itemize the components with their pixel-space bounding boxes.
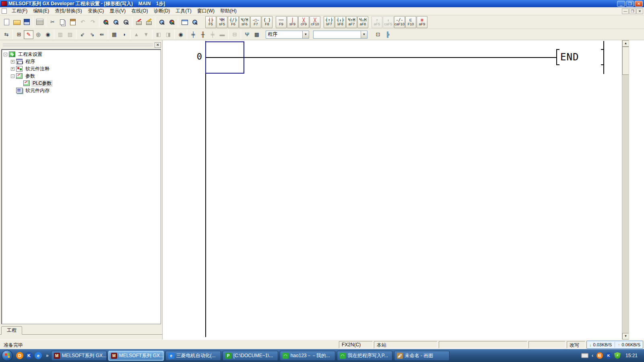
- menu-item-9[interactable]: 帮助(H): [217, 7, 239, 15]
- menu-item-5[interactable]: 在线(O): [128, 7, 151, 15]
- read-mode-button[interactable]: ◎: [33, 30, 43, 39]
- taskbar-task-6[interactable]: 🖌未命名 - 画图: [394, 351, 450, 361]
- save-floppy-button[interactable]: [22, 17, 32, 27]
- menu-item-2[interactable]: 查找/替换(S): [52, 7, 85, 15]
- shield-icon[interactable]: ⚡: [614, 352, 621, 359]
- tree-item-4[interactable]: PLC参数: [2, 80, 160, 87]
- ladder-button-F10[interactable]: ⊏F10: [405, 16, 416, 28]
- scroll-up-icon[interactable]: ▲: [622, 40, 629, 47]
- ladder-button-caF10[interactable]: -/-caF10: [394, 16, 405, 28]
- ladder-button-F5[interactable]: ┤├F5: [205, 16, 216, 28]
- ladder-editor[interactable]: 0 END ▲ ▼: [163, 40, 644, 339]
- flashget-icon[interactable]: D: [16, 352, 23, 359]
- ie-icon[interactable]: e: [35, 352, 42, 359]
- menu-item-1[interactable]: 编辑(E): [30, 7, 52, 15]
- tray-collapse-icon[interactable]: ‹: [591, 353, 594, 358]
- chevron-down-icon[interactable]: ▼: [302, 31, 309, 38]
- project-tab[interactable]: 工程: [1, 326, 22, 335]
- find-device-button[interactable]: [111, 17, 121, 27]
- zoom-read-button[interactable]: [157, 17, 167, 27]
- taskbar-task-0[interactable]: MMELSOFT系列 GX...: [51, 351, 107, 361]
- ladder-button-aF7[interactable]: Ч↑НaF7: [346, 16, 357, 28]
- panel-close-button[interactable]: ✕: [155, 42, 161, 48]
- monitor-start-button[interactable]: ◑: [119, 30, 129, 39]
- find-button[interactable]: [101, 17, 111, 27]
- program-combo[interactable]: 程序 ▼: [266, 31, 309, 39]
- ladder-surface[interactable]: 0 END: [163, 40, 622, 339]
- find-combo[interactable]: ▼: [313, 31, 367, 39]
- tree-item-2[interactable]: +软元件注释: [2, 65, 160, 72]
- mdi-minimize-button[interactable]: —: [622, 8, 629, 14]
- kugou-tray-icon[interactable]: K: [605, 352, 612, 359]
- menu-item-3[interactable]: 变换(C): [85, 7, 107, 15]
- overflow-chevron-icon[interactable]: »: [45, 353, 50, 358]
- wangwang-icon[interactable]: 旺: [597, 352, 603, 359]
- tree-item-0[interactable]: -工程未设置: [2, 51, 160, 58]
- scrollbar-thumb[interactable]: [622, 47, 629, 75]
- ladder-instruction-toggle-button[interactable]: ⇆: [2, 30, 11, 39]
- ladder-button-sF9[interactable]: │sF9: [287, 16, 298, 28]
- tree-item-label[interactable]: 软元件注释: [24, 66, 51, 72]
- tree-item-label[interactable]: 程序: [24, 58, 36, 65]
- ladder-button-sF6[interactable]: Ч/НsF6: [239, 16, 250, 28]
- new-file-button[interactable]: [2, 17, 12, 27]
- end-instruction[interactable]: END: [556, 49, 604, 65]
- convert-button[interactable]: ⇙: [78, 30, 87, 39]
- tree-item-label[interactable]: 参数: [24, 73, 36, 80]
- menu-item-7[interactable]: 工具(T): [173, 7, 194, 15]
- paste-button[interactable]: [68, 17, 78, 27]
- minimize-button[interactable]: _: [617, 1, 625, 7]
- ladder-button-F9[interactable]: ──F9: [276, 16, 287, 28]
- start-button[interactable]: [2, 350, 13, 361]
- ladder-button-aF9[interactable]: ⊠aF9: [417, 16, 427, 28]
- menu-item-0[interactable]: 工程(F): [9, 7, 30, 15]
- monitor-window-button[interactable]: [180, 17, 190, 27]
- restore-button[interactable]: ❐: [626, 1, 634, 7]
- tree-item-label[interactable]: 工程未设置: [17, 51, 43, 58]
- ladder-cursor[interactable]: [205, 41, 244, 74]
- tree-item-5[interactable]: 软元件内存: [2, 87, 160, 94]
- tree-expander-icon[interactable]: +: [11, 60, 14, 64]
- device-test-button[interactable]: ╪: [188, 30, 198, 39]
- zoom-write-button[interactable]: [167, 17, 177, 27]
- taskbar-task-4[interactable]: ◠hao123－－我的...: [280, 351, 335, 361]
- device-batch-button[interactable]: ▩: [252, 30, 262, 39]
- ladder-button-sF7[interactable]: ┤↑├sF7: [324, 16, 334, 28]
- circuit-zoom-button[interactable]: ◉: [176, 30, 186, 39]
- keyboard-icon[interactable]: [581, 353, 588, 358]
- write-monitor-button[interactable]: ◉: [43, 30, 53, 39]
- tree-item-label[interactable]: PLC参数: [31, 80, 53, 87]
- network-zoom-button[interactable]: [190, 17, 200, 27]
- menu-item-6[interactable]: 诊断(D): [151, 7, 173, 15]
- find-string-button[interactable]: ab: [121, 17, 131, 27]
- ladder-button-cF9[interactable]: ╳cF9: [298, 16, 309, 28]
- copy-button[interactable]: [58, 17, 68, 27]
- project-data-list-button[interactable]: ⊞: [14, 30, 24, 39]
- ladder-button-F7[interactable]: -○-F7: [250, 16, 261, 28]
- tree-item-3[interactable]: -参数: [2, 72, 160, 80]
- tree-expander-icon[interactable]: -: [4, 53, 7, 56]
- scroll-down-icon[interactable]: ▼: [622, 333, 629, 339]
- doc-find-button[interactable]: ⊡: [373, 30, 383, 39]
- menu-item-8[interactable]: 窗口(W): [194, 7, 217, 15]
- device-skip-button[interactable]: ╫: [198, 30, 208, 39]
- device-comment-edit-button[interactable]: [134, 17, 144, 27]
- convert-run-button[interactable]: ⇘: [87, 30, 97, 39]
- taskbar-task-5[interactable]: ◠我在把程序写入P...: [337, 351, 392, 361]
- cut-button[interactable]: ✂: [47, 17, 58, 27]
- tree-item-label[interactable]: 软元件内存: [24, 87, 51, 94]
- device-tree-button[interactable]: Ψ: [242, 30, 252, 39]
- taskbar-task-3[interactable]: P[C:\DOCUME~1\...: [223, 351, 278, 361]
- chevron-down-icon[interactable]: ▼: [361, 31, 367, 38]
- menu-item-4[interactable]: 显示(V): [107, 7, 128, 15]
- ladder-button-sF8[interactable]: ┤↓├sF8: [335, 16, 346, 28]
- ladder-button-aF8[interactable]: Ч↓НaF8: [357, 16, 368, 28]
- mdi-restore-button[interactable]: ❐: [629, 8, 636, 14]
- tree-expander-icon[interactable]: -: [11, 74, 14, 78]
- ladder-button-F8[interactable]: { }F8: [262, 16, 272, 28]
- kugou-icon[interactable]: K: [25, 352, 33, 359]
- mdi-close-button[interactable]: ✕: [636, 8, 643, 14]
- close-button[interactable]: ✕: [635, 1, 643, 7]
- program-check-button[interactable]: ▦: [109, 30, 119, 39]
- structure-button[interactable]: ╠: [383, 30, 392, 39]
